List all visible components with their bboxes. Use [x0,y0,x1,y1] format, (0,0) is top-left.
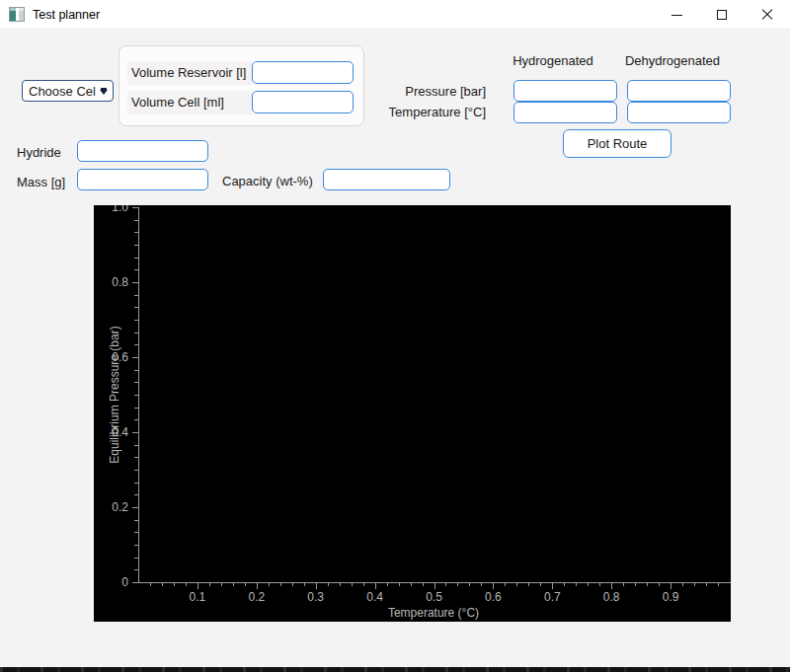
x-tick-label: 0.4 [357,590,393,604]
y-major-tick [132,582,138,583]
y-tick-label: 0.6 [95,350,128,364]
pressure-dehydrogenated-input[interactable] [627,80,731,102]
temperature-hydrogenated-input[interactable] [514,102,617,123]
pressure-row-label: Pressure [bar] [377,84,486,99]
volume-groupbox: Volume Reservoir [l] Volume Cell [ml] [118,45,364,126]
chevron-down-icon [100,90,108,95]
volume-reservoir-label: Volume Reservoir [l] [127,61,252,85]
plot-route-button[interactable]: Plot Route [563,129,672,158]
x-minor-tick [280,583,281,586]
capacity-input[interactable] [323,169,450,190]
mass-label: Mass [g] [17,175,65,189]
x-minor-tick [516,583,517,586]
y-axis-line [138,207,139,583]
x-minor-tick [659,583,660,586]
y-major-tick [132,432,138,433]
y-minor-tick [134,558,138,559]
y-minor-tick [134,382,138,383]
x-major-tick [671,583,672,589]
y-minor-tick [134,245,138,246]
y-tick-label: 1.0 [95,205,128,214]
x-minor-tick [445,583,446,586]
x-minor-tick [304,583,305,586]
x-tick-label: 0.2 [239,590,275,604]
y-major-tick [132,507,138,508]
x-major-tick [611,583,612,589]
x-major-tick [434,583,435,589]
x-minor-tick [352,583,353,586]
column-header-hydrogenated: Hydrogenated [504,53,602,71]
x-minor-tick [233,583,234,586]
x-minor-tick [647,583,648,586]
y-minor-tick [134,333,138,334]
x-tick-label: 0.6 [475,590,511,604]
x-minor-tick [399,583,400,586]
y-minor-tick [134,395,138,396]
volume-cell-input[interactable] [252,91,354,113]
y-minor-tick [134,320,138,321]
y-minor-tick [134,258,138,259]
x-minor-tick [623,583,624,586]
volume-cell-label: Volume Cell [ml] [127,91,252,114]
y-minor-tick [134,220,138,221]
column-header-dehydrogenated: Dehydrogenated [618,53,727,71]
x-axis-label: Temperature (°C) [335,606,532,620]
y-minor-tick [134,457,138,458]
y-minor-tick [134,545,138,546]
y-major-tick [132,357,138,358]
maximize-button[interactable] [699,0,745,30]
x-minor-tick [528,583,529,586]
x-major-tick [552,583,553,589]
hydride-label: Hydride [17,145,61,160]
x-minor-tick [174,583,175,586]
mass-input[interactable] [77,169,208,190]
hydride-input[interactable] [77,140,208,162]
bottom-edge-strip [0,667,790,672]
x-minor-tick [186,583,187,586]
close-button[interactable] [745,0,790,30]
x-minor-tick [481,583,482,586]
y-minor-tick [134,370,138,371]
x-minor-tick [588,583,589,586]
y-minor-tick [134,232,138,233]
y-major-tick [132,207,138,208]
y-minor-tick [134,408,138,409]
y-major-tick [132,282,138,283]
x-minor-tick [245,583,246,586]
maximize-icon [717,10,727,20]
x-tick-label: 0.9 [653,590,688,604]
x-minor-tick [682,583,683,586]
x-minor-tick [221,583,222,586]
x-minor-tick [387,583,388,586]
x-minor-tick [411,583,412,586]
x-minor-tick [635,583,636,586]
x-minor-tick [540,583,541,586]
x-tick-label: 0.3 [298,590,334,604]
x-major-tick [198,583,198,589]
y-minor-tick [134,532,138,533]
x-minor-tick [694,583,695,586]
volume-reservoir-input[interactable] [252,61,354,84]
y-tick-label: 0.4 [95,425,128,439]
x-tick-label: 0.5 [417,590,452,604]
y-tick-label: 0.8 [95,275,128,289]
x-minor-tick [328,583,329,586]
y-minor-tick [134,569,138,570]
y-minor-tick [134,520,138,521]
y-tick-label: 0.2 [95,500,128,514]
x-minor-tick [423,583,424,586]
y-minor-tick [134,269,138,270]
x-minor-tick [269,583,270,586]
x-minor-tick [469,583,470,586]
y-minor-tick [134,344,138,345]
window-titlebar: Test planner [0,0,790,30]
x-tick-label: 0.7 [534,590,570,604]
x-minor-tick [292,583,293,586]
x-major-tick [257,583,258,589]
x-major-tick [375,583,376,589]
pressure-hydrogenated-input[interactable] [514,80,617,102]
x-major-tick [316,583,317,589]
temperature-dehydrogenated-input[interactable] [627,102,731,123]
cell-selector[interactable]: Choose Cel [22,80,114,102]
minimize-button[interactable] [654,0,699,30]
